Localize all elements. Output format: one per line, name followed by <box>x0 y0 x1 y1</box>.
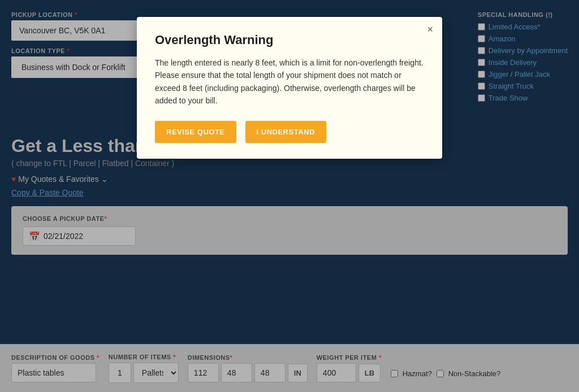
revise-quote-button[interactable]: REVISE QUOTE <box>155 121 236 143</box>
overlength-warning-modal: × Overlength Warning The length entered … <box>137 17 442 159</box>
modal-close-button[interactable]: × <box>427 24 433 36</box>
i-understand-button[interactable]: I UNDERSTAND <box>245 121 326 143</box>
modal-body: The length entered is nearly 8 feet, whi… <box>155 56 424 107</box>
modal-title: Overlength Warning <box>155 33 424 47</box>
modal-overlay[interactable]: × Overlength Warning The length entered … <box>0 0 579 392</box>
modal-buttons: REVISE QUOTE I UNDERSTAND <box>155 121 424 143</box>
